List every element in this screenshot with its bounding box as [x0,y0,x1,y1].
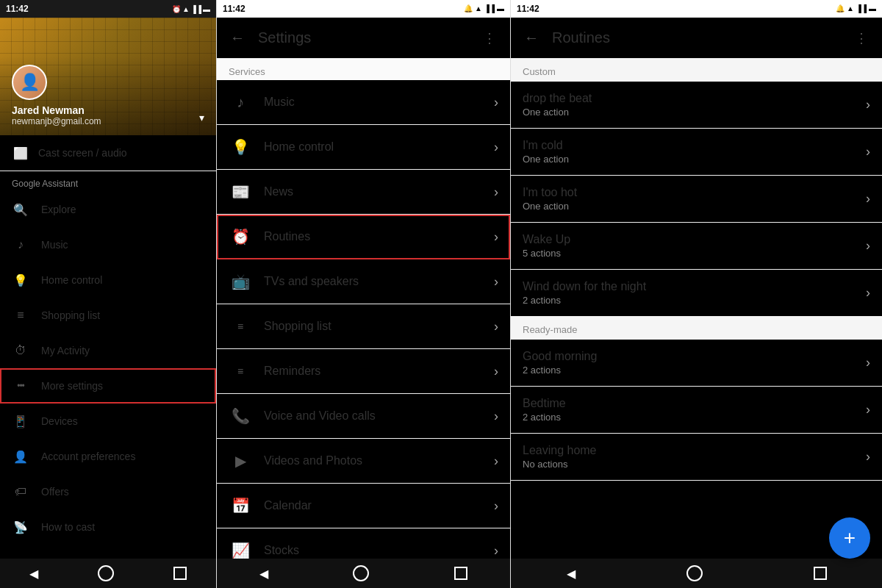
drawer-item-devices[interactable]: 📱 Devices [0,404,216,439]
settings-item-news[interactable]: 📰 News › [217,170,510,215]
drawer-item-music[interactable]: ♪ Music [0,227,216,262]
cast-item[interactable]: ⬜ Cast screen / audio [0,135,216,171]
routine-im-cold[interactable]: I'm cold One action › [511,129,882,176]
app-layout: 11:42 ⏰ ▲ ▐▐ ▬ 👤 Jared Newman newmanjb@g… [0,0,882,588]
right-status-bar: 11:42 🔔 ▲ ▐▐ ▬ [511,0,882,18]
right-wifi-icon: ▲ [847,4,854,12]
dropdown-icon[interactable]: ▾ [199,112,204,123]
settings-tvs-label: TVs and speakers [264,275,482,288]
routine-drop-beat-chevron: › [866,97,870,112]
settings-item-calendar[interactable]: 📅 Calendar › [217,484,510,528]
routine-good-morning-sub: 2 actions [523,365,860,376]
drawer-item-home-control[interactable]: 💡 Home control [0,262,216,298]
drawer-item-offers[interactable]: 🏷 Offers [0,474,216,509]
settings-item-stocks[interactable]: 📈 Stocks › [217,528,510,559]
routine-im-cold-sub: One action [523,154,860,165]
settings-stocks-label: Stocks [264,544,482,557]
routine-leaving-home-name: Leaving home [523,444,860,457]
settings-reminders-chevron: › [494,364,498,379]
recents-button-right[interactable] [814,567,827,580]
routines-back-button[interactable]: ← [523,29,540,47]
settings-music-chevron: › [494,95,498,110]
panels-area: 11:42 ⏰ ▲ ▐▐ ▬ 👤 Jared Newman newmanjb@g… [0,0,882,588]
settings-more-button[interactable]: ⋮ [481,29,498,47]
settings-item-music[interactable]: ♪ Music › [217,80,510,125]
routine-wind-down-text: Wind down for the night 2 actions [523,280,860,306]
routine-drop-beat-text: drop the beat One action [523,92,860,118]
settings-back-button[interactable]: ← [229,29,246,47]
more-settings-icon: ••• [12,377,29,395]
recents-button-left[interactable] [173,567,187,580]
settings-voice-label: Voice and Video calls [264,409,482,423]
routines-more-button[interactable]: ⋮ [853,29,870,47]
recents-button-mid[interactable] [454,567,467,580]
home-button-mid[interactable] [353,565,369,581]
settings-videos-icon: ▶ [229,449,252,473]
left-bottom-nav: ◀ [0,559,217,588]
routine-good-morning[interactable]: Good morning 2 actions › [511,340,882,387]
settings-reminders-label: Reminders [264,365,482,378]
settings-toolbar: ← Settings ⋮ [217,18,510,59]
left-status-time: 11:42 [6,4,29,14]
mid-status-icons: 🔔 ▲ ▐▐ ▬ [464,4,504,12]
settings-videos-chevron: › [494,453,498,469]
drawer-item-how-to-cast[interactable]: 📡 How to cast [0,509,216,545]
settings-calendar-chevron: › [494,498,498,514]
routine-bedtime[interactable]: Bedtime 2 actions › [511,387,882,434]
devices-icon: 📱 [12,412,29,430]
home-button-right[interactable] [686,565,703,581]
routine-drop-beat-name: drop the beat [523,92,860,105]
routines-toolbar: ← Routines ⋮ [511,18,882,59]
settings-item-routines[interactable]: ⏰ Routines › [217,215,510,259]
drawer-item-more-settings[interactable]: ••• More settings [0,368,216,404]
routine-leaving-home[interactable]: Leaving home No actions › [511,434,882,481]
settings-music-label: Music [264,96,482,109]
settings-news-label: News [264,185,482,198]
mid-battery-icon: ▬ [497,4,504,12]
routine-wake-up-sub: 5 actions [523,248,860,259]
settings-item-reminders[interactable]: ≡ Reminders › [217,349,510,394]
mid-notification-icon: 🔔 [464,4,473,12]
settings-title: Settings [258,29,469,46]
routine-good-morning-chevron: › [866,355,870,370]
my-activity-icon: ⏱ [12,342,29,359]
routines-readymade-header: Ready-made [511,317,882,340]
drawer-header: 👤 Jared Newman newmanjb@gmail.com ▾ [0,18,216,135]
routine-im-too-hot-chevron: › [866,191,870,207]
settings-home-label: Home control [264,140,482,154]
routine-wake-up[interactable]: Wake Up 5 actions › [511,223,882,270]
drawer-panel: 11:42 ⏰ ▲ ▐▐ ▬ 👤 Jared Newman newmanjb@g… [0,0,217,588]
settings-item-voice-video[interactable]: 📞 Voice and Video calls › [217,394,510,439]
drawer-item-account-prefs[interactable]: 👤 Account preferences [0,439,216,474]
settings-item-home-control[interactable]: 💡 Home control › [217,125,510,170]
routine-wind-down[interactable]: Wind down for the night 2 actions › [511,270,882,317]
signal-icon: ▐▐ [191,5,201,13]
back-button-right[interactable]: ◀ [567,567,576,581]
routine-im-too-hot[interactable]: I'm too hot One action › [511,176,882,223]
routine-wind-down-name: Wind down for the night [523,280,860,293]
right-bottom-nav: ◀ [511,559,882,588]
drawer-item-activity-label: My Activity [41,345,90,356]
settings-shopping-icon: ≡ [229,315,252,338]
cast-icon: ⬜ [12,144,29,162]
right-battery-icon: ▬ [869,4,876,12]
routine-bedtime-name: Bedtime [523,397,860,410]
mid-signal-icon: ▐▐ [484,4,495,12]
back-button-left[interactable]: ◀ [29,567,38,581]
routine-wake-up-chevron: › [866,238,870,254]
settings-stocks-icon: 📈 [229,539,252,559]
back-button-mid[interactable]: ◀ [259,567,268,581]
drawer-section-label: Google Assistant [0,171,216,192]
drawer-item-explore[interactable]: 🔍 Explore [0,192,216,227]
settings-item-videos[interactable]: ▶ Videos and Photos › [217,439,510,484]
drawer-item-my-activity[interactable]: ⏱ My Activity [0,333,216,368]
settings-item-tvs[interactable]: 📺 TVs and speakers › [217,259,510,304]
home-button-left[interactable] [98,565,114,581]
routine-drop-beat[interactable]: drop the beat One action › [511,82,882,129]
settings-item-shopping[interactable]: ≡ Shopping list › [217,304,510,349]
settings-routines-icon: ⏰ [229,225,252,248]
drawer-item-shopping-list[interactable]: ≡ Shopping list [0,298,216,333]
drawer-item-music-label: Music [41,239,68,251]
routine-im-too-hot-sub: One action [523,201,860,212]
add-routine-fab[interactable]: + [829,517,870,559]
